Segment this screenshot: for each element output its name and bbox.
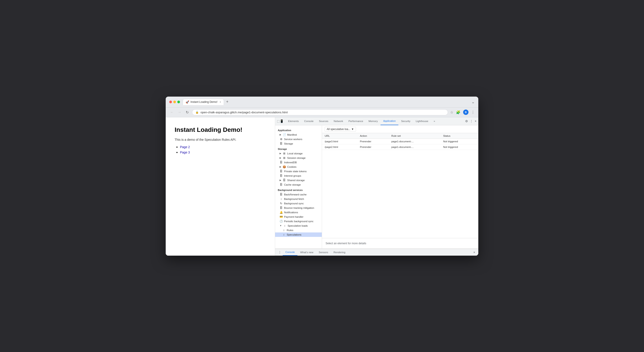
session-storage-toggle-icon: ▶	[280, 157, 281, 159]
bottom-menu-icon[interactable]: ⋮	[277, 251, 283, 254]
bounce-tracking-icon: 🗄	[280, 206, 283, 209]
traffic-light-red[interactable]	[169, 101, 172, 103]
browser-menu-icon[interactable]: ⋮	[471, 110, 475, 114]
tab-application[interactable]: Application	[380, 117, 398, 125]
sidebar-item-notifications[interactable]: 🔔 Notifications	[275, 210, 322, 215]
forward-button[interactable]: →	[177, 109, 182, 115]
notifications-icon: 🔔	[280, 211, 283, 214]
background-sync-icon: ↻	[280, 202, 283, 205]
devtools-menu-icon[interactable]: ⋮	[470, 119, 473, 123]
details-text: Select an element for more details	[326, 242, 366, 245]
page-link-1[interactable]: Page 2	[180, 145, 190, 149]
col-action: Action	[357, 133, 389, 139]
speculative-loads-toggle-icon: ▼	[280, 224, 282, 227]
devtools-bottom-bar: ⋮ Console What's new Sensors Rendering	[275, 249, 478, 256]
profile-avatar[interactable]: B	[463, 109, 468, 115]
new-tab-button[interactable]: +	[225, 99, 230, 104]
page-link-2[interactable]: Page 3	[180, 151, 190, 154]
sidebar-item-shared-storage[interactable]: ▶ 🗄 Shared storage	[275, 178, 322, 182]
inspect-element-icon[interactable]: ⬚	[277, 119, 280, 123]
table-row[interactable]: /page3.html Prerender page1-document-...…	[322, 138, 478, 144]
sidebar-item-session-storage[interactable]: ▶ ⊞ Session storage	[275, 156, 322, 160]
devtools-settings-icon[interactable]: ⚙	[465, 119, 468, 123]
sidebar-item-private-state-tokens[interactable]: 🗄 Private state tokens	[275, 169, 322, 174]
devtools-close-icon[interactable]: ×	[475, 119, 476, 123]
title-bar: 🚀 Instant Loading Demo! × + ⌄	[166, 97, 478, 107]
url-text: open-chalk-asparagus.glitch.me/page1-doc…	[200, 111, 444, 114]
sidebar-item-payment-handler[interactable]: 💳 Payment handler	[275, 215, 322, 219]
sidebar-item-interest-groups[interactable]: 🗄 Interest groups	[275, 174, 322, 178]
device-toolbar-icon[interactable]: 📱	[280, 119, 284, 123]
tab-network[interactable]: Network	[331, 117, 346, 125]
sidebar-item-cache-storage[interactable]: 🗄 Cache storage	[275, 182, 322, 187]
tab-close-button[interactable]: ×	[220, 101, 221, 103]
row1-url: /page3.html	[322, 138, 357, 144]
tab-more[interactable]: »	[431, 117, 438, 125]
tab-security[interactable]: Security	[398, 117, 413, 125]
indexeddb-icon: 🗄	[280, 161, 283, 164]
cache-storage-icon: 🗄	[280, 183, 283, 186]
tab-lighthouse[interactable]: Lighthouse	[413, 117, 431, 125]
background-fetch-icon: ↕	[280, 197, 283, 201]
sidebar-item-rules[interactable]: ↕ Rules	[275, 228, 322, 232]
col-status: Status	[440, 133, 478, 139]
page-links: Page 2 Page 3	[174, 145, 266, 154]
traffic-light-yellow[interactable]	[173, 101, 176, 103]
tab-sources[interactable]: Sources	[316, 117, 331, 125]
sidebar-section-background-services: Background services	[275, 187, 322, 192]
back-forward-cache-icon: 🗄	[280, 193, 283, 196]
row2-url: /page2.html	[322, 144, 357, 150]
tab-memory[interactable]: Memory	[366, 117, 380, 125]
bottom-close-icon[interactable]: ×	[472, 251, 476, 254]
traffic-light-green[interactable]	[177, 101, 180, 103]
sidebar-item-manifest[interactable]: ▶ 📄 Manifest	[275, 132, 322, 137]
shared-storage-icon: 🗄	[283, 179, 286, 182]
tab-console[interactable]: Console	[302, 117, 316, 125]
dropdown-label: All speculative loa...	[327, 128, 350, 131]
sidebar-item-background-fetch[interactable]: ↕ Background fetch	[275, 197, 322, 201]
active-tab[interactable]: 🚀 Instant Loading Demo! ×	[183, 99, 224, 105]
sidebar-item-local-storage[interactable]: ▶ ⊞ Local storage	[275, 151, 322, 156]
manifest-toggle-icon: ▶	[280, 133, 281, 136]
extension-icon[interactable]: 🧩	[456, 110, 460, 114]
speculation-data-table: URL Action Rule set Status /page3.html P…	[322, 133, 478, 150]
tab-performance[interactable]: Performance	[346, 117, 366, 125]
page-content: Instant Loading Demo! This is a demo of …	[166, 117, 275, 256]
main-content: Instant Loading Demo! This is a demo of …	[166, 117, 478, 256]
browser-window: 🚀 Instant Loading Demo! × + ⌄ ← → ↻ 🔒 op…	[166, 97, 478, 256]
page-description: This is a demo of the Speculation Rules …	[174, 138, 266, 141]
refresh-button[interactable]: ↻	[184, 109, 190, 115]
bookmark-icon[interactable]: ☆	[450, 110, 453, 114]
sidebar-item-indexeddb[interactable]: 🗄 IndexedDB	[275, 160, 322, 165]
address-input[interactable]: 🔒 open-chalk-asparagus.glitch.me/page1-d…	[192, 109, 448, 115]
devtools-sidebar: Application ▶ 📄 Manifest ⚙ Service worke…	[275, 125, 322, 249]
devtools-tabs: ⬚ 📱 Elements Console Sources Network Per…	[277, 117, 465, 125]
service-workers-icon: ⚙	[280, 138, 283, 141]
periodic-bg-sync-icon: 🕐	[280, 220, 283, 223]
sidebar-item-periodic-background-sync[interactable]: 🕐 Periodic background sync	[275, 219, 322, 224]
address-bar: ← → ↻ 🔒 open-chalk-asparagus.glitch.me/p…	[166, 107, 478, 117]
details-pane: Select an element for more details	[322, 238, 478, 249]
local-storage-toggle-icon: ▶	[280, 152, 281, 155]
speculation-filter-dropdown[interactable]: All speculative loa... ▼	[325, 127, 356, 132]
bottom-tab-rendering[interactable]: Rendering	[331, 249, 348, 256]
sidebar-item-service-workers[interactable]: ⚙ Service workers	[275, 137, 322, 141]
sidebar-section-storage: Storage	[275, 146, 322, 151]
sidebar-item-storage-app[interactable]: 🗄 Storage	[275, 141, 322, 146]
speculative-loads-icon: ↕	[283, 224, 286, 227]
sidebar-item-back-forward-cache[interactable]: 🗄 Back/forward cache	[275, 192, 322, 197]
bottom-tab-sensors[interactable]: Sensors	[316, 249, 331, 256]
sidebar-item-cookies[interactable]: ▶ 🍪 Cookies	[275, 165, 322, 169]
bottom-tab-console[interactable]: Console	[283, 249, 298, 256]
cookies-toggle-icon: ▶	[280, 166, 281, 168]
bottom-tabs: Console What's new Sensors Rendering	[283, 249, 472, 256]
sidebar-item-bounce-tracking[interactable]: 🗄 Bounce tracking mitigation	[275, 206, 322, 210]
sidebar-item-background-sync[interactable]: ↻ Background sync	[275, 201, 322, 206]
tab-elements[interactable]: Elements	[286, 117, 302, 125]
window-more-button[interactable]: ⌄	[472, 99, 475, 104]
sidebar-item-speculative-loads[interactable]: ▼ ↕ Speculative loads	[275, 224, 322, 228]
bottom-tab-whats-new[interactable]: What's new	[298, 249, 316, 256]
sidebar-item-speculations[interactable]: ↕ Speculations	[275, 232, 322, 237]
back-button[interactable]: ←	[169, 109, 174, 115]
table-row[interactable]: /page2.html Prerender page1-document-...…	[322, 144, 478, 150]
